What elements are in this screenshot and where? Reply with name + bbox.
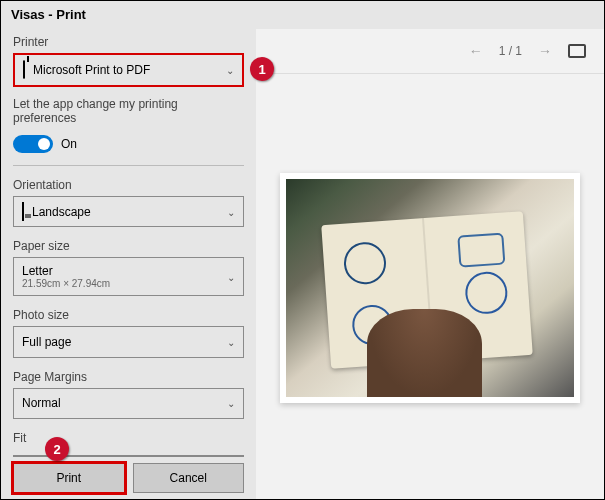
- next-page-arrow-icon[interactable]: →: [538, 43, 552, 59]
- cancel-button[interactable]: Cancel: [133, 463, 245, 493]
- preview-toolbar: ← 1 / 1 →: [256, 29, 604, 73]
- fullscreen-icon[interactable]: [568, 44, 586, 58]
- chevron-down-icon: ⌄: [227, 398, 235, 409]
- prev-page-arrow-icon[interactable]: ←: [469, 43, 483, 59]
- orientation-selected-value: Landscape: [32, 205, 91, 219]
- paper-size-select[interactable]: Letter 21.59cm × 27.94cm ⌄: [13, 257, 244, 296]
- page-indicator: 1 / 1: [499, 44, 522, 58]
- orientation-select[interactable]: Landscape ⌄: [13, 196, 244, 227]
- photo-size-select[interactable]: Full page ⌄: [13, 326, 244, 357]
- margins-label: Page Margins: [13, 370, 244, 384]
- print-preview-panel: ← 1 / 1 →: [256, 29, 604, 500]
- landscape-icon: [22, 203, 24, 221]
- margins-select[interactable]: Normal ⌄: [13, 388, 244, 419]
- paper-label: Paper size: [13, 239, 244, 253]
- divider: [13, 165, 244, 166]
- printer-icon: [23, 61, 25, 79]
- print-settings-panel: Printer Microsoft Print to PDF ⌄ 1 Let t…: [1, 29, 256, 500]
- chevron-down-icon: ⌄: [227, 206, 235, 217]
- pref-label: Let the app change my printing preferenc…: [13, 97, 244, 125]
- annotation-callout-1: 1: [250, 57, 274, 81]
- pref-toggle[interactable]: [13, 135, 53, 153]
- chevron-down-icon: ⌄: [227, 336, 235, 347]
- preview-canvas: [256, 73, 604, 500]
- printer-select[interactable]: Microsoft Print to PDF ⌄: [13, 53, 244, 87]
- chevron-down-icon: ⌄: [226, 65, 234, 76]
- preview-photo: [286, 179, 574, 397]
- photo-size-selected-value: Full page: [22, 335, 71, 349]
- chevron-down-icon: ⌄: [227, 271, 235, 282]
- preview-page: [280, 173, 580, 403]
- paper-selected-value: Letter: [22, 264, 53, 278]
- annotation-callout-2: 2: [45, 437, 69, 461]
- paper-dimensions: 21.59cm × 27.94cm: [22, 278, 110, 289]
- pref-toggle-state: On: [61, 137, 77, 151]
- printer-selected-value: Microsoft Print to PDF: [33, 63, 150, 77]
- photo-size-label: Photo size: [13, 308, 244, 322]
- orientation-label: Orientation: [13, 178, 244, 192]
- window-title: Visas - Print: [1, 1, 604, 29]
- print-button[interactable]: Print: [13, 463, 125, 493]
- printer-label: Printer: [13, 35, 244, 49]
- margins-selected-value: Normal: [22, 396, 61, 410]
